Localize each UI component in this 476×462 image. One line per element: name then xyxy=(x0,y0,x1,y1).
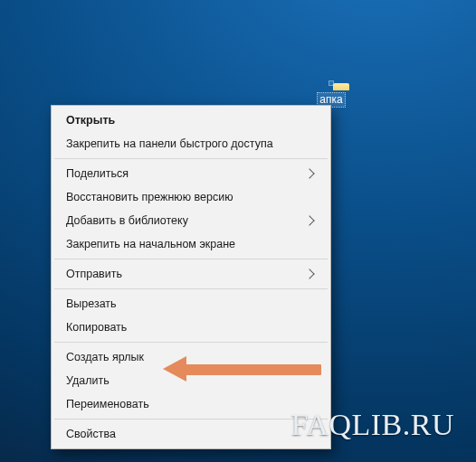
menu-rename[interactable]: Переименовать xyxy=(53,392,328,416)
menu-item-label: Удалить xyxy=(66,373,109,388)
menu-item-label: Создать ярлык xyxy=(66,350,144,364)
menu-item-label: Переименовать xyxy=(66,397,149,411)
menu-item-label: Открыть xyxy=(66,113,115,127)
annotation-arrow xyxy=(163,356,321,382)
chevron-right-icon xyxy=(304,215,314,225)
menu-item-label: Закрепить на начальном экране xyxy=(66,237,235,251)
menu-add-to-library[interactable]: Добавить в библиотеку xyxy=(53,209,328,232)
menu-separator xyxy=(54,288,328,289)
chevron-right-icon xyxy=(304,168,314,178)
menu-separator xyxy=(54,419,328,420)
menu-pin-quick-access[interactable]: Закрепить на панели быстрого доступа xyxy=(53,132,328,156)
arrow-shaft xyxy=(183,364,321,375)
menu-item-label: Закрепить на панели быстрого доступа xyxy=(66,137,273,151)
menu-separator xyxy=(54,342,328,343)
menu-item-label: Восстановить прежнюю версию xyxy=(66,190,233,204)
menu-item-label: Вырезать xyxy=(66,297,117,311)
menu-cut[interactable]: Вырезать xyxy=(53,292,328,316)
folder-context-menu: Открыть Закрепить на панели быстрого дос… xyxy=(51,105,331,449)
menu-item-label: Свойства xyxy=(66,427,116,441)
desktop-folder[interactable]: апка xyxy=(303,76,359,108)
menu-item-label: Копировать xyxy=(66,320,127,335)
menu-properties[interactable]: Свойства xyxy=(53,422,328,446)
menu-item-label: Отправить xyxy=(66,267,122,281)
menu-item-label: Добавить в библиотеку xyxy=(66,213,188,228)
folder-icon xyxy=(328,80,334,86)
menu-copy[interactable]: Копировать xyxy=(53,316,328,339)
menu-share[interactable]: Поделиться xyxy=(53,162,328,185)
menu-item-label: Поделиться xyxy=(66,166,129,181)
menu-restore-previous[interactable]: Восстановить прежнюю версию xyxy=(53,185,328,209)
menu-send-to[interactable]: Отправить xyxy=(53,262,328,286)
menu-separator xyxy=(54,158,328,159)
watermark-text: FAQLIB.RU xyxy=(291,408,455,442)
menu-open[interactable]: Открыть xyxy=(53,108,328,132)
menu-pin-start[interactable]: Закрепить на начальном экране xyxy=(53,232,328,256)
chevron-right-icon xyxy=(304,269,314,278)
menu-separator xyxy=(54,259,328,259)
